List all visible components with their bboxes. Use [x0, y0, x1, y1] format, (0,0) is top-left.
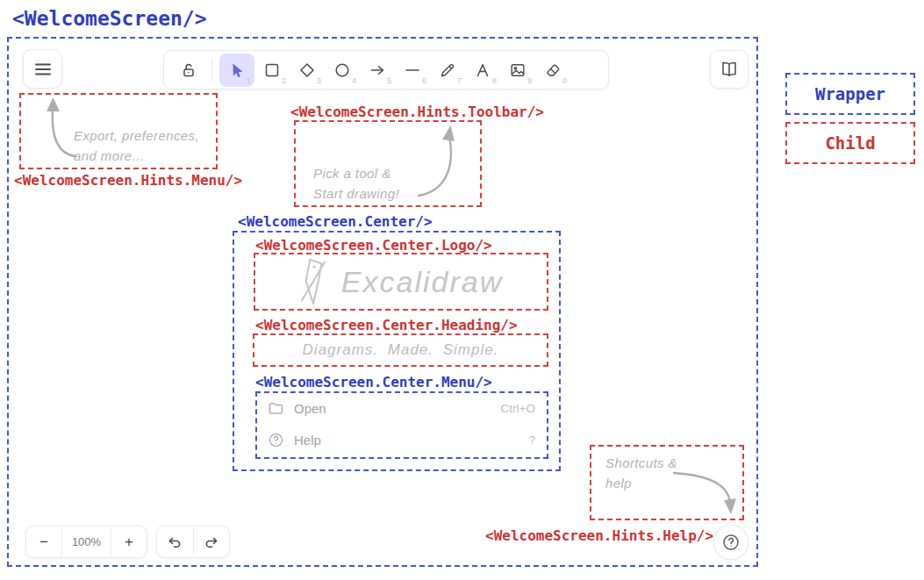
tool-draw[interactable]: 7	[430, 54, 465, 87]
hint-menu-outline: Export, preferences, and more...	[19, 93, 218, 169]
undo-icon	[167, 534, 183, 550]
history-controls	[156, 526, 230, 558]
tool-key: 7	[457, 76, 462, 85]
tool-key: 9	[527, 76, 532, 85]
book-icon	[720, 61, 738, 77]
ellipse-icon	[333, 61, 351, 79]
hint-menu-tag: <WelcomeScreen.Hints.Menu/>	[14, 172, 242, 189]
tool-text[interactable]: 8	[465, 54, 500, 87]
help-button[interactable]	[713, 525, 749, 560]
tool-key: 3	[317, 76, 321, 85]
redo-icon	[204, 534, 219, 550]
menu-item-label: Open	[294, 401, 326, 416]
unlock-icon	[180, 61, 197, 79]
center-menu-tag: <WelcomeScreen.Center.Menu/>	[255, 374, 492, 390]
tool-arrow[interactable]: 5	[360, 54, 395, 87]
tool-rectangle[interactable]: 2	[254, 54, 290, 87]
center-tag: <WelcomeScreen.Center/>	[238, 213, 433, 230]
menu-item-shortcut: Ctrl+O	[501, 402, 535, 415]
excalidraw-logo: Excalidraw	[255, 254, 547, 309]
center-logo-tag: <WelcomeScreen.Center.Logo/>	[255, 237, 492, 254]
welcomescreen-outline: 1 2 3 4 5	[7, 37, 758, 567]
hint-help-outline: Shortcuts & help	[590, 445, 744, 520]
center-heading-outline: Diagrams. Made. Simple.	[253, 333, 548, 367]
text-icon	[474, 61, 491, 79]
tool-key: 0	[562, 76, 567, 85]
tool-key: 5	[387, 76, 391, 85]
line-icon	[404, 61, 421, 79]
menu-item-shortcut: ?	[528, 433, 535, 447]
hint-toolbar-outline: Pick a tool & Start drawing!	[294, 120, 482, 207]
tool-key: 6	[422, 76, 426, 85]
hint-toolbar-text: Pick a tool & Start drawing!	[313, 164, 399, 204]
menu-item-open[interactable]: Open Ctrl+O	[269, 401, 535, 416]
tool-line[interactable]: 6	[395, 54, 430, 87]
excalidraw-wordmark: Excalidraw	[341, 265, 503, 299]
zoom-controls: − 100% +	[25, 526, 147, 558]
question-icon	[722, 533, 740, 551]
rectangle-icon	[263, 61, 281, 79]
excalidraw-logo-icon	[299, 256, 329, 307]
arrow-icon	[369, 61, 386, 79]
eraser-icon	[544, 61, 562, 79]
tool-key: 8	[492, 76, 497, 85]
diamond-icon	[298, 61, 316, 79]
hint-help-tag: <WelcomeScreen.Hints.Help/>	[485, 527, 713, 544]
help-circle-icon	[269, 433, 283, 448]
hamburger-icon	[35, 63, 51, 75]
image-icon	[509, 61, 526, 79]
legend-wrapper-label: Wrapper	[815, 84, 885, 104]
pencil-icon	[439, 61, 456, 79]
hint-help-text: Shortcuts & help	[605, 454, 677, 493]
legend-child: Child	[785, 122, 915, 164]
main-menu-button[interactable]	[23, 49, 62, 89]
redo-button[interactable]	[193, 526, 229, 557]
tool-ellipse[interactable]: 4	[325, 54, 360, 87]
tool-eraser[interactable]: 0	[535, 54, 570, 87]
tool-selection[interactable]: 1	[219, 54, 254, 87]
zoom-level[interactable]: 100%	[62, 526, 111, 557]
center-heading-tag: <WelcomeScreen.Center.Heading/>	[255, 317, 518, 333]
tool-key: 1	[247, 76, 251, 85]
library-button[interactable]	[710, 50, 749, 89]
zoom-out-button[interactable]: −	[26, 526, 61, 557]
tool-key: 4	[352, 76, 356, 85]
undo-button[interactable]	[157, 526, 193, 557]
center-outline: <WelcomeScreen.Center.Logo/> Excalidraw …	[233, 231, 561, 471]
menu-item-label: Help	[294, 433, 321, 448]
welcome-heading: Diagrams. Made. Simple.	[254, 335, 547, 365]
legend-child-label: Child	[825, 133, 875, 153]
menu-item-help[interactable]: Help ?	[269, 433, 535, 448]
hint-menu-text: Export, preferences, and more...	[74, 126, 199, 166]
hint-toolbar-tag: <WelcomeScreen.Hints.Toolbar/>	[290, 104, 544, 120]
center-menu-outline: Open Ctrl+O Help ?	[255, 391, 548, 459]
toolbar-divider	[211, 60, 212, 81]
lock-tool[interactable]	[173, 54, 204, 87]
tool-key: 2	[282, 76, 286, 85]
cursor-icon	[228, 61, 246, 79]
folder-icon	[269, 402, 283, 415]
tool-image[interactable]: 9	[500, 54, 535, 87]
toolbar: 1 2 3 4 5	[163, 50, 609, 90]
tool-diamond[interactable]: 3	[290, 54, 325, 87]
legend-wrapper: Wrapper	[785, 73, 915, 115]
zoom-in-button[interactable]: +	[111, 526, 147, 557]
center-logo-outline: Excalidraw	[254, 253, 548, 311]
welcomescreen-tag: <WelcomeScreen/>	[12, 7, 207, 30]
